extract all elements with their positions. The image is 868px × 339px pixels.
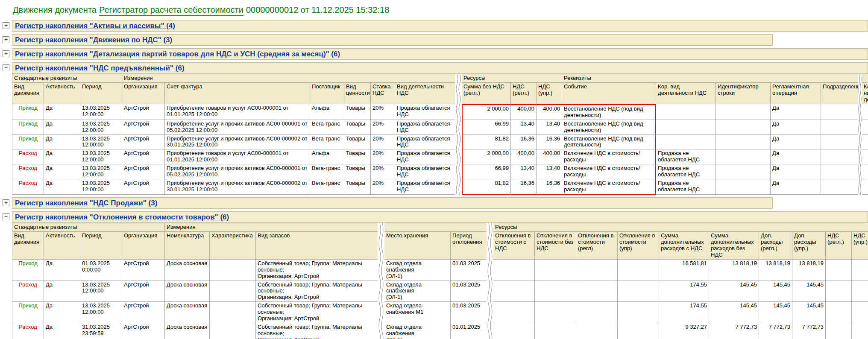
table-cell[interactable]: Да [44,323,80,339]
table-cell[interactable]: 13.03.2025 12:00:00 [80,104,122,120]
table-cell[interactable] [618,302,659,323]
table-cell[interactable]: Включение НДС в стоимость/расходы [562,179,656,195]
table-cell[interactable]: 13,40 [537,120,562,135]
table-cell[interactable]: 16,36 [537,135,562,150]
table-cell[interactable]: 9 327,27 [659,323,709,339]
table-cell[interactable]: 01.03.2025 [451,260,487,281]
table-cell[interactable]: АртСтрой [122,120,165,135]
table-cell[interactable]: Приобретение услуг и прочих активов АС00… [165,120,310,135]
table-cell[interactable] [862,120,868,135]
table-cell[interactable] [535,260,576,281]
table-cell[interactable]: Собственный товар; Группа: Материалы осн… [256,302,378,323]
table-cell[interactable]: Приобретение услуг и прочих активов АС00… [165,164,310,179]
table-cell[interactable]: Да [44,135,80,150]
table-cell[interactable]: Склад отдела снабжения (ЭЛ-1) [384,281,451,302]
table-cell[interactable]: Да [44,260,80,281]
table-cell[interactable]: АртСтрой [122,302,165,323]
table-cell[interactable]: Собственный товар; Группа: Материалы осн… [256,323,378,339]
table-cell[interactable]: 400,00 [537,149,562,164]
table-cell[interactable]: Да [771,135,821,150]
table-cell[interactable]: Продажа не облагается НДС [656,149,716,164]
table-cell[interactable] [821,179,858,195]
table-cell[interactable]: Склад отдела снабжения М1 [384,302,451,323]
table-cell[interactable] [210,281,256,302]
table-cell[interactable]: Продажа облагается НДС [395,179,455,195]
table-cell[interactable] [210,323,256,339]
section-bar-nds-predyavlennyj[interactable]: Регистр накопления "НДС предъявленный" (… [12,62,868,74]
table-cell[interactable]: 174,55 [659,281,709,302]
table-cell[interactable]: Альфа [310,104,344,120]
table-cell[interactable] [656,135,716,150]
table-cell[interactable]: 01.01.2025 [451,323,487,339]
table-cell[interactable] [493,281,535,302]
expand-icon[interactable]: + [3,50,9,57]
table-cell[interactable] [862,164,868,179]
table-cell[interactable] [821,149,858,164]
table-cell[interactable] [618,281,659,302]
table-cell[interactable]: 66,99 [462,164,511,179]
table-cell[interactable] [576,323,618,339]
table-cell[interactable]: 2 000,00 [462,104,511,120]
table-cell[interactable]: Включение НДС в стоимость/расходы [562,164,656,179]
table-cell[interactable]: Восстановление НДС (под вид деятельности… [562,120,656,135]
table-cell[interactable]: 145,45 [709,302,759,323]
table-cell[interactable]: 2 000,00 [462,149,511,164]
table-cell[interactable] [821,120,858,135]
table-cell[interactable]: 145,45 [759,281,792,302]
table-cell[interactable] [656,120,716,135]
table-cell[interactable]: Продажа облагается НДС [395,149,455,164]
table-cell[interactable]: 16,36 [511,135,537,150]
table-cell[interactable]: 13.03.2025 12:00:00 [80,135,122,150]
table-cell[interactable]: Вега-транс [310,120,344,135]
table-cell[interactable]: 13.03.2025 12:00:00 [80,281,122,302]
table-cell[interactable]: 13 818,19 [792,260,826,281]
table-cell[interactable]: Приход [12,260,44,281]
table-cell[interactable]: 145,45 [759,302,792,323]
table-cell[interactable] [862,179,868,195]
collapse-icon[interactable]: − [3,64,9,71]
table-cell[interactable]: АртСтрой [122,323,165,339]
table-cell[interactable] [535,323,576,339]
section-bar-aktivy-i-passivy[interactable]: Регистр накопления "Активы и пассивы" (4… [12,20,868,32]
table-cell[interactable] [826,323,852,339]
collapse-icon[interactable]: − [3,213,9,220]
table-cell[interactable]: 13 818,19 [759,260,792,281]
table-cell[interactable]: Продажа облагается НДС [395,135,455,150]
table-cell[interactable]: Продажа облагается НДС [395,120,455,135]
expand-icon[interactable]: + [3,36,9,43]
table-cell[interactable] [535,302,576,323]
table-cell[interactable] [821,164,858,179]
table-cell[interactable]: АртСтрой [122,164,165,179]
table-cell[interactable]: Да [771,179,821,195]
table-cell[interactable]: Продажа облагается НДС [395,104,455,120]
table-cell[interactable] [493,260,535,281]
table-cell[interactable]: Расход [12,179,44,195]
table-cell[interactable]: Приход [12,104,44,120]
table-cell[interactable]: 16,36 [537,179,562,195]
table-cell[interactable]: Доска сосновая [165,302,210,323]
table-cell[interactable]: 13.03.2025 12:00:00 [80,164,122,179]
table-cell[interactable]: 13,40 [511,120,537,135]
table-cell[interactable] [716,179,771,195]
table-cell[interactable]: Склад отдела снабжения (ЭЛ-1) [384,260,451,281]
table-cell[interactable]: Вега-транс [310,164,344,179]
table-cell[interactable] [716,164,771,179]
table-cell[interactable] [493,302,535,323]
table-cell[interactable]: Доска сосновая [165,260,210,281]
table-cell[interactable]: 66,99 [462,120,511,135]
table-cell[interactable] [716,149,771,164]
table-cell[interactable] [535,281,576,302]
table-cell[interactable]: Включение НДС в стоимость/расходы [562,149,656,164]
table-cell[interactable]: Приобретение товаров и услуг АС00-000001… [165,149,310,164]
table-cell[interactable]: Расход [12,149,44,164]
table-cell[interactable]: Расход [12,164,44,179]
table-cell[interactable]: Да [44,149,80,164]
table-cell[interactable]: 400,00 [511,104,537,120]
table-cell[interactable] [852,323,868,339]
table-cell[interactable]: 01.03.2025 0:00:00 [80,260,122,281]
table-cell[interactable]: Доска сосновая [165,281,210,302]
table-cell[interactable]: 16,36 [511,179,537,195]
expand-icon[interactable]: + [3,22,9,29]
table-cell[interactable]: 81,82 [462,135,511,150]
table-cell[interactable]: АртСтрой [122,149,165,164]
